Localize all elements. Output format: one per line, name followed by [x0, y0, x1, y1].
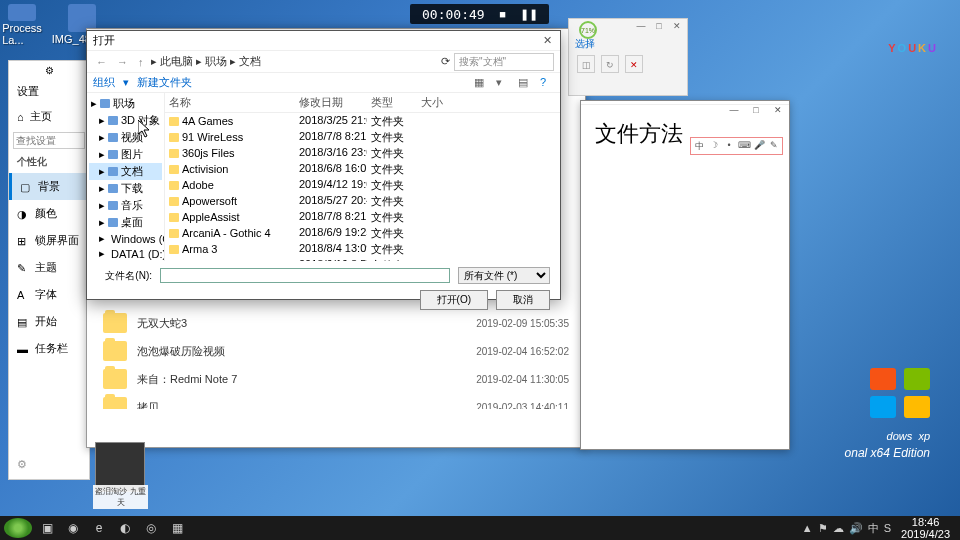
settings-item-themes[interactable]: ✎主题: [9, 254, 89, 281]
tree-node[interactable]: ▸职场: [89, 95, 162, 112]
ime-icon[interactable]: •: [723, 140, 735, 152]
view-icon[interactable]: ▦: [474, 76, 488, 90]
ribbon-tool-icon[interactable]: ◫: [577, 55, 595, 73]
tree-node[interactable]: ▸下载: [89, 180, 162, 197]
column-type[interactable]: 类型: [367, 93, 417, 112]
folder-tree[interactable]: ▸职场▸3D 对象▸视频▸图片▸文档▸下载▸音乐▸桌面▸Windows (C:)…: [87, 93, 165, 261]
desktop-icon[interactable]: Process La...: [6, 4, 38, 46]
tree-node[interactable]: ▸图片: [89, 146, 162, 163]
view-dropdown-icon[interactable]: ▾: [496, 76, 510, 90]
video-elapsed: 00:00:49: [422, 7, 485, 22]
tree-node[interactable]: ▸文档: [89, 163, 162, 180]
minimize-icon[interactable]: —: [723, 101, 745, 119]
nav-forward-icon[interactable]: →: [114, 56, 131, 68]
settings-category: 个性化: [9, 151, 89, 173]
file-filter-select[interactable]: 所有文件 (*): [458, 267, 550, 284]
gear-icon: ⚙: [9, 61, 89, 80]
ime-icon[interactable]: 中: [693, 140, 705, 152]
taskbar-clock[interactable]: 18:46 2019/4/23: [895, 516, 956, 540]
close-icon[interactable]: ✕: [540, 34, 554, 47]
cancel-button[interactable]: 取消: [496, 290, 550, 310]
open-button[interactable]: 打开(O): [420, 290, 488, 310]
file-row[interactable]: 4A Games2018/3/25 21:01文件夹: [165, 113, 560, 129]
video-pause-icon[interactable]: ❚❚: [521, 6, 537, 22]
tray-icon[interactable]: ☁: [833, 522, 844, 535]
ribbon-close-icon[interactable]: ✕: [625, 55, 643, 73]
file-row[interactable]: ArcaniA - Gothic 42018/6/9 19:25文件夹: [165, 225, 560, 241]
column-modified[interactable]: 修改日期: [295, 93, 367, 112]
filename-label: 文件名(N):: [97, 269, 152, 283]
tree-node[interactable]: ▸DATA1 (D:): [89, 246, 162, 261]
ribbon-refresh-icon[interactable]: ↻: [601, 55, 619, 73]
file-row[interactable]: Activision2018/6/8 16:01文件夹: [165, 161, 560, 177]
ime-toolbar[interactable]: 中 ☽ • ⌨ 🎤 ✎: [690, 137, 783, 155]
taskbar-app-icon[interactable]: ▦: [166, 518, 188, 538]
settings-gear-icon[interactable]: ⚙: [17, 458, 27, 471]
tray-icon[interactable]: ▲: [802, 522, 813, 534]
tray-icon[interactable]: ⚑: [818, 522, 828, 535]
folder-row[interactable]: 拷贝2019-02-03 14:40:11: [93, 393, 579, 409]
dialog-title: 打开: [93, 33, 540, 48]
taskbar-app-icon[interactable]: e: [88, 518, 110, 538]
breadcrumb[interactable]: ▸此电脑 ▸职场 ▸文档 ⟳: [151, 54, 451, 69]
folder-row[interactable]: 泡泡爆破历险视频2019-02-04 16:52:02: [93, 337, 579, 365]
background-app-window: 71% — □ ✕ 选择 ◫ ↻ ✕: [568, 18, 688, 96]
organize-menu[interactable]: 组织: [93, 75, 115, 90]
file-row[interactable]: Arma 32018/8/4 13:09文件夹: [165, 241, 560, 257]
file-list[interactable]: 名称 修改日期 类型 大小 4A Games2018/3/25 21:01文件夹…: [165, 93, 560, 261]
settings-item-start[interactable]: ▤开始: [9, 308, 89, 335]
taskbar-app-icon[interactable]: ◎: [140, 518, 162, 538]
settings-title: 设置: [9, 80, 89, 103]
settings-search-input[interactable]: [13, 132, 85, 149]
settings-item-colors[interactable]: ◑颜色: [9, 200, 89, 227]
column-size[interactable]: 大小: [417, 93, 457, 112]
ime-icon[interactable]: ✎: [768, 140, 780, 152]
dialog-search-input[interactable]: 搜索"文档": [454, 53, 554, 71]
close-icon[interactable]: ✕: [669, 21, 685, 35]
file-row[interactable]: Apowersoft2018/5/27 20:49文件夹: [165, 193, 560, 209]
start-button[interactable]: [4, 518, 32, 538]
settings-item-background[interactable]: ▢背景: [9, 173, 89, 200]
taskbar-app-icon[interactable]: ◐: [114, 518, 136, 538]
file-row[interactable]: 360js Files2018/3/16 23:01文件夹: [165, 145, 560, 161]
video-stop-icon[interactable]: ■: [495, 6, 511, 22]
settings-item-lockscreen[interactable]: ⊞锁屏界面: [9, 227, 89, 254]
filename-input[interactable]: [160, 268, 450, 283]
file-row[interactable]: 91 WireLess2018/7/8 8:21文件夹: [165, 129, 560, 145]
file-row[interactable]: AppleAssist2018/7/8 8:21文件夹: [165, 209, 560, 225]
folder-row[interactable]: 来自：Redmi Note 72019-02-04 11:30:05: [93, 365, 579, 393]
windows-xp-logo: dows xp onal x64 Edition: [845, 368, 930, 460]
new-folder-button[interactable]: 新建文件夹: [137, 75, 192, 90]
settings-item-fonts[interactable]: A字体: [9, 281, 89, 308]
tray-icon[interactable]: 中: [868, 521, 879, 536]
settings-home[interactable]: ⌂ 主页: [9, 103, 89, 130]
video-thumbnail-label: 盗泪淘沙 九重天: [93, 485, 148, 509]
ime-icon[interactable]: ☽: [708, 140, 720, 152]
ime-icon[interactable]: ⌨: [738, 140, 750, 152]
maximize-icon[interactable]: □: [745, 101, 767, 119]
ribbon-select-button[interactable]: 选择: [575, 37, 595, 51]
nav-up-icon[interactable]: ↑: [135, 56, 147, 68]
tree-node[interactable]: ▸视频: [89, 129, 162, 146]
settings-item-taskbar[interactable]: ▬任务栏: [9, 335, 89, 362]
nav-back-icon[interactable]: ←: [93, 56, 110, 68]
refresh-icon[interactable]: ⟳: [441, 55, 450, 68]
file-row[interactable]: Adobe2019/4/12 19:04文件夹: [165, 177, 560, 193]
file-row[interactable]: Audacity2018/6/16 8:57文件夹: [165, 257, 560, 261]
taskbar-app-icon[interactable]: ▣: [36, 518, 58, 538]
tray-icon[interactable]: 🔊: [849, 522, 863, 535]
column-name[interactable]: 名称: [165, 93, 295, 112]
tray-icon[interactable]: S: [884, 522, 891, 534]
ime-icon[interactable]: 🎤: [753, 140, 765, 152]
tree-node[interactable]: ▸3D 对象: [89, 112, 162, 129]
system-tray[interactable]: ▲ ⚑ ☁ 🔊 中 S: [802, 521, 891, 536]
preview-pane-icon[interactable]: ▤: [518, 76, 532, 90]
minimize-icon[interactable]: —: [633, 21, 649, 35]
taskbar-app-icon[interactable]: ◉: [62, 518, 84, 538]
close-icon[interactable]: ✕: [767, 101, 789, 119]
tree-node[interactable]: ▸音乐: [89, 197, 162, 214]
tree-node[interactable]: ▸Windows (C:): [89, 231, 162, 246]
help-icon[interactable]: ?: [540, 76, 554, 90]
tree-node[interactable]: ▸桌面: [89, 214, 162, 231]
maximize-icon[interactable]: □: [651, 21, 667, 35]
